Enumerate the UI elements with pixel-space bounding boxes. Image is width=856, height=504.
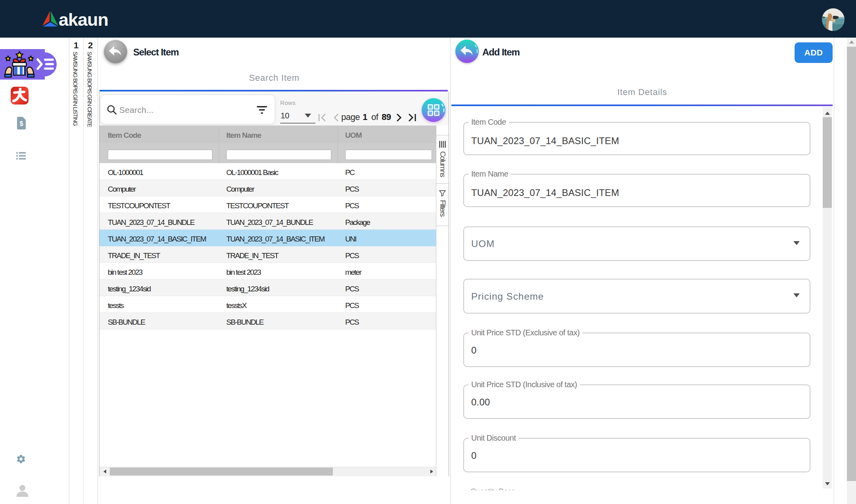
- svg-text:$: $: [20, 120, 23, 127]
